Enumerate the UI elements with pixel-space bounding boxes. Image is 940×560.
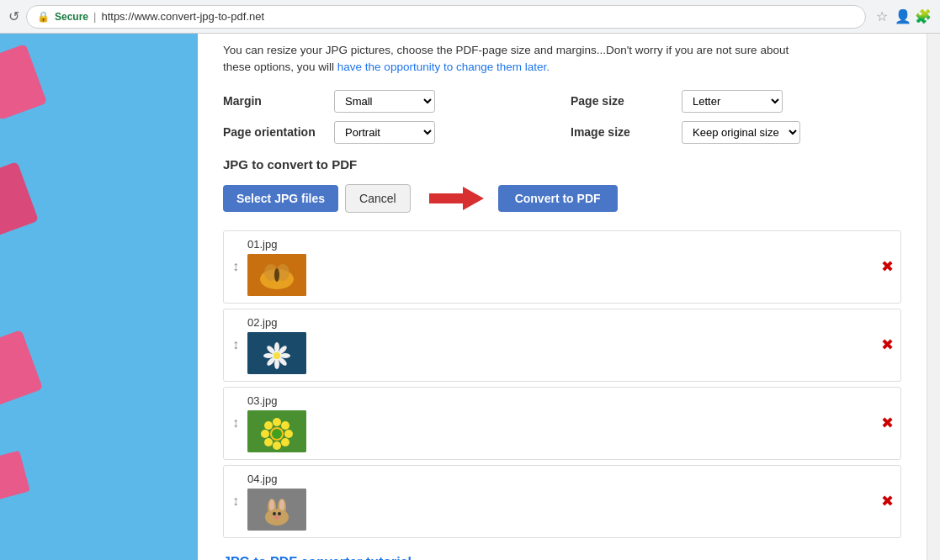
svg-point-38 <box>274 515 279 519</box>
svg-point-20 <box>273 418 281 426</box>
file-item-2: ↕ 02.jpg <box>223 309 901 382</box>
file-name-4: 04.jpg <box>247 473 306 485</box>
file-name-1: 01.jpg <box>247 238 306 251</box>
file-thumb-4 <box>247 489 306 531</box>
left-decoration <box>0 34 198 560</box>
bookmark-star-icon[interactable]: ☆ <box>876 8 888 24</box>
file-item-4: ↕ 04.jpg <box>223 465 901 538</box>
svg-point-27 <box>281 438 289 446</box>
url-text: https://www.convert-jpg-to-pdf.net <box>101 10 264 23</box>
page-body: You can resize your JPG pictures, choose… <box>0 34 940 560</box>
profile-icon[interactable]: 👤 <box>895 8 911 24</box>
cancel-button[interactable]: Cancel <box>345 184 411 213</box>
secure-label: Secure <box>55 11 88 23</box>
file-info-1: 01.jpg <box>247 238 306 296</box>
thumb-image-3 <box>247 410 306 452</box>
drag-handle-1[interactable]: ↕ <box>232 260 239 273</box>
remove-button-1[interactable]: ✖ <box>881 259 894 274</box>
main-content: You can resize your JPG pictures, choose… <box>198 34 927 560</box>
file-item-1: ↕ 01.jpg <box>223 230 901 304</box>
browser-chrome: ↺ 🔒 Secure | https://www.convert-jpg-to-… <box>0 0 940 34</box>
remove-button-4[interactable]: ✖ <box>881 494 894 509</box>
page-orientation-select[interactable]: Portrait Landscape <box>334 121 435 144</box>
svg-point-17 <box>274 352 280 359</box>
convert-to-pdf-button[interactable]: Convert to PDF <box>498 185 618 212</box>
page-orientation-label: Page orientation <box>223 125 324 139</box>
svg-point-5 <box>274 268 279 282</box>
action-row: Select JPG files Cancel Convert to PDF <box>223 182 901 215</box>
settings-grid: Margin No margin Small Big Page size Let… <box>223 90 901 144</box>
thumb-image-1 <box>247 254 306 296</box>
page-size-setting-row: Page size Letter A4 A3 Legal <box>571 90 901 113</box>
drag-handle-4[interactable]: ↕ <box>232 494 239 508</box>
file-name-2: 02.jpg <box>247 316 306 329</box>
thumb-svg-3 <box>247 410 306 452</box>
page-orientation-setting-row: Page orientation Portrait Landscape <box>223 121 554 144</box>
decorative-card-1 <box>0 44 47 120</box>
description-line2: these options, you will have the opportu… <box>223 61 550 73</box>
drag-handle-2[interactable]: ↕ <box>232 338 239 351</box>
margin-setting-row: Margin No margin Small Big <box>223 90 554 113</box>
svg-point-11 <box>263 353 274 358</box>
svg-point-12 <box>280 353 290 358</box>
file-info-4: 04.jpg <box>247 473 306 531</box>
remove-button-2[interactable]: ✖ <box>881 337 894 352</box>
arrow-decoration <box>421 182 488 215</box>
svg-point-9 <box>274 342 279 352</box>
red-arrow-icon <box>421 182 488 215</box>
margin-label: Margin <box>223 94 324 108</box>
file-list: ↕ 01.jpg <box>223 230 901 538</box>
decorative-card-4 <box>0 451 30 500</box>
scrollbar[interactable] <box>927 34 940 560</box>
extension-icon[interactable]: 🧩 <box>915 8 932 24</box>
svg-point-28 <box>272 429 282 439</box>
svg-point-24 <box>264 421 273 430</box>
svg-marker-0 <box>429 187 484 210</box>
thumb-image-4 <box>247 489 306 531</box>
url-separator: | <box>93 10 96 23</box>
address-bar[interactable]: 🔒 Secure | https://www.convert-jpg-to-pd… <box>26 5 866 29</box>
file-info-2: 02.jpg <box>247 316 306 374</box>
file-name-3: 03.jpg <box>247 394 306 407</box>
svg-point-23 <box>284 430 293 438</box>
svg-point-36 <box>273 512 276 515</box>
file-thumb-3 <box>247 410 306 452</box>
image-size-setting-row: Image size Keep original size Fit to pag… <box>571 121 901 144</box>
file-info-3: 03.jpg <box>247 394 306 452</box>
svg-point-26 <box>264 438 273 446</box>
description-link[interactable]: have the opportunity to change them late… <box>337 61 550 73</box>
decorative-card-3 <box>0 330 43 406</box>
page-size-label: Page size <box>571 94 672 108</box>
page-size-select[interactable]: Letter A4 A3 Legal <box>682 90 783 113</box>
svg-point-10 <box>274 359 279 369</box>
svg-point-22 <box>261 430 269 438</box>
thumb-image-2 <box>247 332 306 374</box>
remove-button-3[interactable]: ✖ <box>881 415 894 431</box>
thumb-svg-1 <box>247 254 306 296</box>
file-item-3: ↕ 03.jpg <box>223 387 901 460</box>
decorative-card-2 <box>0 161 39 238</box>
image-size-select[interactable]: Keep original size Fit to page Stretch t… <box>682 121 800 144</box>
section-title: JPG to convert to PDF <box>223 157 901 172</box>
thumb-svg-4 <box>247 489 306 531</box>
drag-handle-3[interactable]: ↕ <box>232 416 239 430</box>
tutorial-title: JPG to PDF converter tutorial <box>223 555 901 561</box>
margin-select[interactable]: No margin Small Big <box>334 90 435 113</box>
reload-button[interactable]: ↺ <box>8 8 19 24</box>
thumb-svg-2 <box>247 332 306 374</box>
svg-point-37 <box>278 512 281 515</box>
file-thumb-1 <box>247 254 306 296</box>
description-text: You can resize your JPG pictures, choose… <box>223 42 901 77</box>
browser-action-icons: 👤 🧩 <box>895 8 932 24</box>
svg-point-25 <box>281 421 289 430</box>
svg-point-21 <box>273 441 281 450</box>
image-size-label: Image size <box>571 125 672 139</box>
file-thumb-2 <box>247 332 306 374</box>
lock-icon: 🔒 <box>37 11 50 23</box>
select-jpg-button[interactable]: Select JPG files <box>223 185 338 212</box>
